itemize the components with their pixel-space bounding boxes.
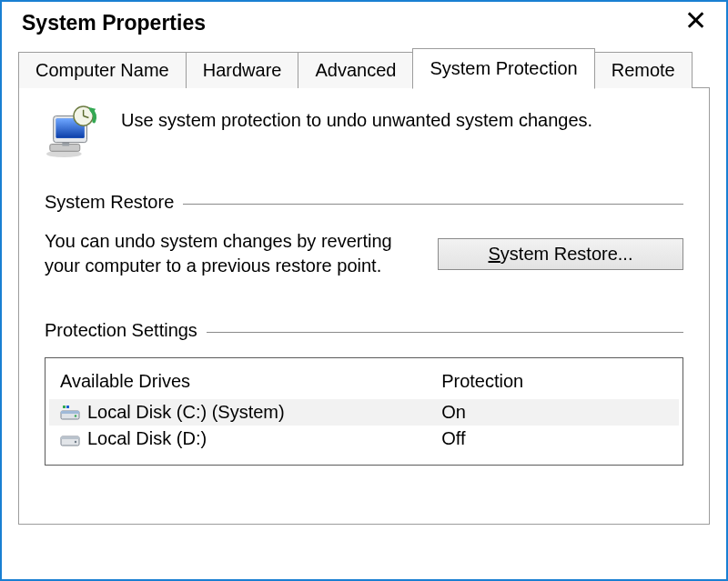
- content: Computer Name Hardware Advanced System P…: [2, 48, 726, 525]
- column-header-drives: Available Drives: [49, 371, 438, 392]
- button-text-rest: ystem Restore...: [500, 244, 633, 264]
- button-mnemonic: S: [489, 244, 500, 264]
- group-system-restore: System Restore You can undo system chang…: [45, 192, 683, 278]
- intro-text: Use system protection to undo unwanted s…: [121, 105, 592, 131]
- tab-panel: Use system protection to undo unwanted s…: [18, 88, 710, 525]
- drive-name: Local Disk (D:): [87, 428, 207, 449]
- svg-rect-14: [66, 406, 69, 408]
- svg-rect-11: [61, 411, 79, 414]
- drive-status: Off: [438, 428, 693, 449]
- intro-row: Use system protection to undo unwanted s…: [45, 105, 683, 159]
- group-divider: [207, 332, 683, 333]
- drives-listbox[interactable]: Available Drives Protection Local Disk (…: [45, 357, 683, 466]
- drive-row[interactable]: Local Disk (D:) Off: [49, 426, 679, 452]
- titlebar: System Properties ✕: [2, 2, 726, 43]
- drive-icon: [60, 405, 80, 421]
- tab-advanced[interactable]: Advanced: [298, 52, 413, 88]
- group-protection-settings: Protection Settings Available Drives Pro…: [45, 320, 683, 466]
- group-label-protection: Protection Settings: [45, 320, 197, 341]
- group-label-restore: System Restore: [45, 192, 174, 213]
- drive-row[interactable]: Local Disk (C:) (System) On: [49, 399, 679, 426]
- svg-rect-16: [61, 436, 79, 439]
- drives-header-row: Available Drives Protection: [49, 366, 679, 399]
- close-button[interactable]: ✕: [677, 11, 713, 31]
- tab-computer-name[interactable]: Computer Name: [18, 52, 187, 88]
- drive-name: Local Disk (C:) (System): [87, 402, 285, 423]
- restore-description: You can undo system changes by reverting…: [45, 229, 409, 278]
- restore-row: You can undo system changes by reverting…: [45, 229, 683, 278]
- system-restore-button[interactable]: System Restore...: [438, 238, 683, 270]
- group-divider: [183, 204, 683, 205]
- svg-point-12: [75, 415, 76, 416]
- group-header-protection: Protection Settings: [45, 320, 683, 341]
- column-header-protection: Protection: [438, 371, 693, 392]
- svg-rect-13: [63, 406, 66, 408]
- tab-remote[interactable]: Remote: [594, 52, 693, 88]
- drive-icon: [60, 431, 80, 447]
- tab-strip: Computer Name Hardware Advanced System P…: [18, 48, 710, 88]
- system-protection-icon: [45, 105, 101, 159]
- group-header-restore: System Restore: [45, 192, 683, 213]
- window-title: System Properties: [22, 11, 206, 35]
- svg-point-17: [75, 440, 76, 442]
- drive-status: On: [438, 402, 693, 423]
- tab-system-protection[interactable]: System Protection: [412, 48, 594, 89]
- tab-hardware[interactable]: Hardware: [186, 52, 299, 88]
